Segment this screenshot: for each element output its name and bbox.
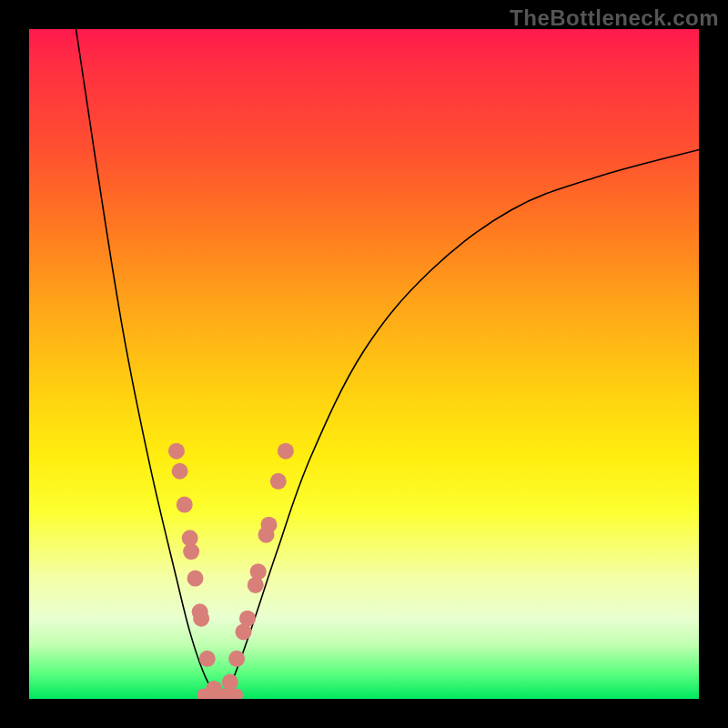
curves-svg <box>29 29 699 699</box>
data-marker <box>270 473 287 490</box>
data-marker <box>260 517 277 533</box>
bottom-marker-bar <box>197 689 243 699</box>
data-marker <box>278 443 294 460</box>
markers-left-group <box>168 443 222 697</box>
data-marker <box>199 651 216 667</box>
markers-right-group <box>222 443 294 691</box>
bottleneck-curve-right <box>217 149 699 699</box>
data-marker <box>177 497 193 513</box>
data-marker <box>250 563 267 580</box>
data-marker <box>239 611 256 627</box>
bottleneck-curve-left <box>76 29 217 699</box>
chart-frame: TheBottleneck.com <box>0 0 728 728</box>
watermark-text: TheBottleneck.com <box>510 5 719 31</box>
data-marker <box>193 611 209 627</box>
data-marker <box>172 463 188 480</box>
data-marker <box>228 651 245 667</box>
plot-area <box>29 29 699 699</box>
data-marker <box>222 674 238 691</box>
data-marker <box>183 543 199 560</box>
data-marker <box>168 443 185 460</box>
data-marker <box>187 571 204 587</box>
